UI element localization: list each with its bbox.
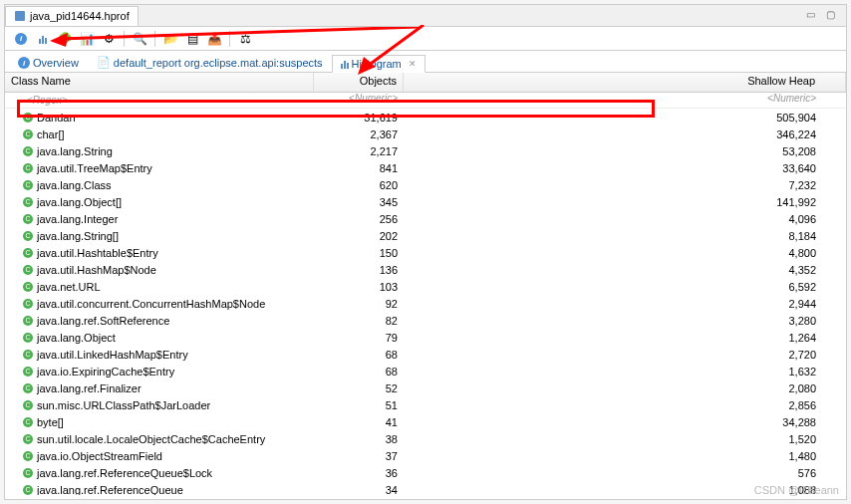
grid-header: Class Name Objects Shallow Heap [5,73,846,93]
objects-cell: 68 [314,349,404,361]
filter-objects[interactable]: <Numeric> [314,93,404,108]
file-tab-bar: java_pid14644.hprof ▭ ▢ [5,5,846,27]
maximize-icon[interactable]: ▢ [826,9,840,23]
objects-cell: 256 [314,213,404,225]
file-tab-label: java_pid14644.hprof [30,10,130,22]
class-icon: C [23,146,33,156]
table-row[interactable]: Cjava.lang.String2,21753,208 [5,142,846,159]
table-row[interactable]: Csun.misc.URLClassPath$JarLoader512,856 [5,396,846,413]
heap-cell: 2,944 [404,298,846,310]
objects-cell: 2,367 [314,128,404,140]
class-name-cell: java.lang.Class [37,179,112,191]
class-icon: C [23,434,33,444]
objects-cell: 34 [314,484,404,496]
table-row[interactable]: Cjava.lang.Integer2564,096 [5,210,846,227]
class-name-cell: java.lang.Object [37,332,116,344]
table-row[interactable]: Cjava.lang.ref.ReferenceQueue341,088 [5,481,846,495]
col-class-name[interactable]: Class Name [5,73,314,92]
dominator-button[interactable]: 📊 [77,29,97,49]
open-button[interactable]: 📂 [160,29,180,49]
sub-tab-bar: i Overview 📄 default_report org.eclipse.… [5,51,846,73]
table-row[interactable]: Cjava.lang.String[]2028,184 [5,227,846,244]
info-icon: i [18,57,30,69]
info-button[interactable]: i [11,29,31,49]
class-icon: C [23,214,33,224]
class-icon: C [23,367,33,377]
list-button[interactable]: ▤ [182,29,202,49]
filter-heap[interactable]: <Numeric> [404,93,846,108]
histogram-button[interactable] [33,29,53,49]
class-name-cell: java.lang.ref.ReferenceQueue [37,484,183,496]
table-row[interactable]: Csun.util.locale.LocaleObjectCache$Cache… [5,430,846,447]
table-row[interactable]: Cjava.util.concurrent.ConcurrentHashMap$… [5,295,846,312]
search-button[interactable]: 🔍 [130,29,149,49]
objects-cell: 51 [314,399,404,411]
class-name-cell: java.lang.ref.ReferenceQueue$Lock [37,467,212,479]
objects-cell: 38 [314,433,404,445]
heap-cell: 1,520 [404,433,846,445]
table-row[interactable]: Cjava.lang.Object[]345141,992 [5,193,846,210]
class-name-cell: java.lang.String [37,145,113,157]
table-row[interactable]: Cjava.io.ObjectStreamField371,480 [5,447,846,464]
objects-cell: 150 [314,247,404,259]
class-icon: C [23,316,33,326]
class-icon: C [23,282,33,292]
export-button[interactable]: 📤 [204,29,224,49]
table-row[interactable]: Cjava.lang.Object791,264 [5,329,846,346]
filter-regex[interactable]: <Regex> [27,95,68,106]
objects-cell: 79 [314,332,404,344]
objects-cell: 103 [314,281,404,293]
table-row[interactable]: Cjava.util.LinkedHashMap$Entry682,720 [5,346,846,363]
table-row[interactable]: CDandan31,619505,904 [5,109,846,126]
heap-cell: 6,592 [404,281,846,293]
table-row[interactable]: Cbyte[]4134,288 [5,413,846,430]
class-icon: C [23,299,33,309]
objects-cell: 82 [314,315,404,327]
table-row[interactable]: Cjava.io.ExpiringCache$Entry681,632 [5,363,846,379]
heap-cell: 1,264 [404,332,846,344]
minimize-icon[interactable]: ▭ [806,9,820,23]
objects-cell: 52 [314,382,404,394]
heap-cell: 576 [404,467,846,479]
objects-cell: 136 [314,264,404,276]
table-row[interactable]: Cjava.lang.ref.ReferenceQueue$Lock36576 [5,464,846,481]
table-row[interactable]: Cjava.util.TreeMap$Entry84133,640 [5,159,846,176]
class-icon: C [23,468,33,478]
histogram-icon [341,59,349,69]
heap-cell: 346,224 [404,128,846,140]
class-icon: C [23,180,33,190]
class-name-cell: java.io.ObjectStreamField [37,450,162,462]
heap-cell: 2,720 [404,349,846,361]
class-name-cell: byte[] [37,416,64,428]
grid-body[interactable]: CDandan31,619505,904Cchar[]2,367346,224C… [5,109,846,495]
close-icon[interactable]: ✕ [409,59,417,69]
table-row[interactable]: Cjava.util.Hashtable$Entry1504,800 [5,244,846,261]
heap-cell: 4,352 [404,264,846,276]
col-shallow-heap[interactable]: Shallow Heap [404,73,846,92]
heap-cell: 7,232 [404,179,846,191]
objects-cell: 620 [314,179,404,191]
file-tab[interactable]: java_pid14644.hprof [5,6,139,26]
table-row[interactable]: Cjava.lang.ref.SoftReference823,280 [5,312,846,329]
table-row[interactable]: Cjava.util.HashMap$Node1364,352 [5,261,846,278]
heap-cell: 4,800 [404,247,846,259]
table-row[interactable]: Cjava.lang.Class6207,232 [5,176,846,193]
col-objects[interactable]: Objects [314,73,404,92]
table-row[interactable]: Cjava.net.URL1036,592 [5,278,846,295]
thread-button[interactable]: ⚙ [99,29,119,49]
watermark: CSDN @CBeann [754,484,839,496]
tab-histogram[interactable]: Histogram ✕ [332,55,426,73]
class-name-cell: java.lang.String[] [37,230,119,242]
class-name-cell: char[] [37,128,65,140]
compare-button[interactable]: ⚖ [235,29,255,49]
tree-button[interactable]: 🌳 [55,29,75,49]
table-row[interactable]: Cjava.lang.ref.Finalizer522,080 [5,379,846,396]
objects-cell: 31,619 [314,112,404,124]
class-name-cell: java.util.concurrent.ConcurrentHashMap$N… [37,298,265,310]
tab-default-report[interactable]: 📄 default_report org.eclipse.mat.api:sus… [88,53,332,72]
class-icon: C [23,417,33,427]
tab-label: default_report org.eclipse.mat.api:suspe… [114,57,323,69]
toolbar: i 🌳 📊 ⚙ 🔍 📂 ▤ 📤 ⚖ [5,27,846,51]
table-row[interactable]: Cchar[]2,367346,224 [5,126,846,142]
tab-overview[interactable]: i Overview [9,54,88,72]
